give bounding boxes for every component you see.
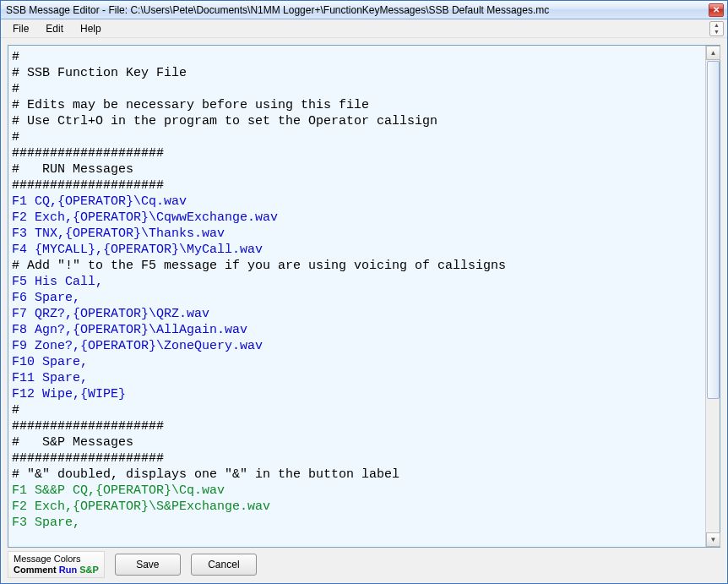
editor-line[interactable]: F2 Exch,{OPERATOR}\CqwwExchange.wav [12,210,705,226]
editor-line[interactable]: F1 S&&P CQ,{OPERATOR}\Cq.wav [12,483,705,499]
editor-line[interactable]: F4 {MYCALL},{OPERATOR}\MyCall.wav [12,242,705,258]
editor-line[interactable]: F8 Agn?,{OPERATOR}\AllAgain.wav [12,322,705,338]
editor-line[interactable]: #################### [12,177,705,194]
content-area: ## SSB Function Key File## Edits may be … [1,38,727,548]
editor-line[interactable]: F6 Spare, [12,290,705,306]
save-button[interactable]: Save [115,554,181,576]
app-window: SSB Message Editor - File: C:\Users\Pete… [0,0,728,584]
color-legend: Message Colors Comment Run S&P [8,551,105,578]
editor-line[interactable]: # S&P Messages [12,434,705,450]
vertical-scrollbar[interactable]: ▲ ▼ [705,46,720,547]
editor-line[interactable]: F12 Wipe,{WIPE} [12,386,705,402]
editor-line[interactable]: # RUN Messages [12,161,705,177]
editor-line[interactable]: # [12,49,705,65]
window-title: SSB Message Editor - File: C:\Users\Pete… [6,4,709,16]
menu-file[interactable]: File [4,21,37,36]
scroll-down-button[interactable]: ▼ [706,532,720,547]
editor-line[interactable]: F11 Spare, [12,370,705,386]
menubar: File Edit Help ▲ ▼ [1,19,727,38]
toolbar-scroll[interactable]: ▲ ▼ [709,21,724,36]
editor-line[interactable]: F3 TNX,{OPERATOR}\Thanks.wav [12,226,705,242]
editor-line[interactable]: # Use Ctrl+O in the program to set the O… [12,113,705,129]
legend-run: Run [59,565,77,575]
chevron-down-icon: ▼ [710,29,723,35]
editor-line[interactable]: F10 Spare, [12,354,705,370]
close-icon: ✕ [713,6,720,14]
editor-line[interactable]: # [12,81,705,97]
editor-line[interactable]: # [12,402,705,418]
editor-textarea[interactable]: ## SSB Function Key File## Edits may be … [8,46,705,547]
scroll-up-button[interactable]: ▲ [706,46,720,60]
editor-line[interactable]: F2 Exch,{OPERATOR}\S&PExchange.wav [12,499,705,515]
bottombar: Message Colors Comment Run S&P Save Canc… [1,548,727,583]
editor-line[interactable]: # [12,129,705,145]
legend-sp: S&P [79,565,99,575]
menu-help[interactable]: Help [72,21,110,36]
titlebar: SSB Message Editor - File: C:\Users\Pete… [1,1,727,19]
chevron-up-icon: ▲ [710,22,723,29]
editor-line[interactable]: F5 His Call, [12,274,705,290]
editor-line[interactable]: # Add "!" to the F5 message if you are u… [12,258,705,274]
editor-line[interactable]: # Edits may be necessary before using th… [12,97,705,113]
menu-edit[interactable]: Edit [37,21,72,36]
scrollbar-thumb[interactable] [707,61,720,399]
editor-line[interactable]: #################### [12,418,705,434]
editor-line[interactable]: F7 QRZ?,{OPERATOR}\QRZ.wav [12,306,705,322]
legend-comment: Comment [14,565,57,575]
cancel-button[interactable]: Cancel [191,554,257,576]
editor-line[interactable]: F9 Zone?,{OPERATOR}\ZoneQuery.wav [12,338,705,354]
close-button[interactable]: ✕ [709,3,724,17]
editor-line[interactable]: # "&" doubled, displays one "&" in the b… [12,467,705,483]
legend-title: Message Colors [14,554,99,565]
editor-line[interactable]: #################### [12,450,705,467]
editor-line[interactable]: F3 Spare, [12,515,705,531]
editor-line[interactable]: F1 CQ,{OPERATOR}\Cq.wav [12,194,705,210]
editor-frame: ## SSB Function Key File## Edits may be … [8,45,720,548]
editor-line[interactable]: #################### [12,145,705,161]
editor-line[interactable]: # SSB Function Key File [12,65,705,81]
